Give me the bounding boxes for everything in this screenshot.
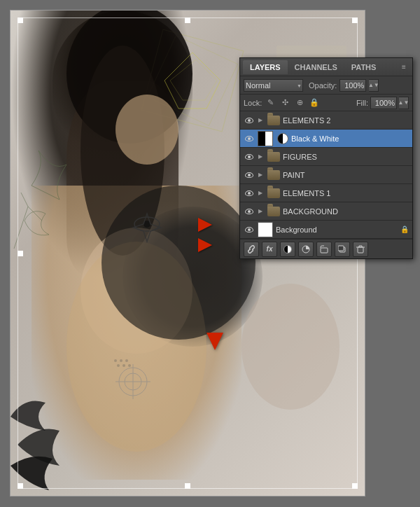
layer-name-bg-group: BACKGROUND [283, 207, 409, 216]
eye-icon-bw [245, 136, 253, 141]
folder-icon-paint [267, 170, 280, 180]
tab-channels[interactable]: CHANNELS [288, 60, 344, 74]
fx-icon: fx [267, 245, 273, 253]
add-mask-button[interactable] [280, 242, 295, 257]
layer-thumbnail-background [258, 222, 273, 237]
lock-position-btn[interactable]: ✣ [279, 97, 291, 109]
svg-rect-26 [338, 246, 344, 251]
folder-expand-elements1[interactable]: ▶ [258, 190, 263, 196]
folder-expand-paint[interactable]: ▶ [258, 172, 263, 178]
adjustment-icon [302, 245, 310, 254]
transform-handle-tr[interactable] [352, 18, 358, 23]
link-icon [247, 245, 255, 254]
transform-handle-tl[interactable] [18, 18, 23, 23]
eye-icon-paint [245, 172, 253, 178]
layer-item-background-group[interactable]: ▶ BACKGROUND [240, 202, 412, 221]
fill-label: Fill: [356, 99, 368, 107]
folder-icon-elements1 [267, 188, 280, 198]
lock-artboard-btn[interactable]: ⊕ [293, 97, 306, 109]
canvas-background: LAYERS CHANNELS PATHS ≡ Normal Opacity: … [0, 0, 420, 507]
eye-icon-figures [245, 154, 253, 160]
folder-icon-bg [267, 207, 280, 216]
layer-name-elements1: ELEMENTS 1 [283, 189, 409, 197]
visibility-eye-paint[interactable] [244, 169, 255, 181]
transform-handle-bl[interactable] [18, 483, 23, 489]
lock-label: Lock: [244, 99, 262, 107]
layer-name-bw: Black & White [291, 134, 409, 143]
opacity-stepper[interactable]: ▲▼ [369, 79, 379, 92]
svg-rect-24 [321, 248, 328, 253]
layer-name-elements2: ELEMENTS 2 [283, 116, 409, 125]
layer-name-figures: FIGURES [283, 153, 409, 161]
panel-menu-button[interactable]: ≡ [398, 62, 410, 73]
eye-icon-background [245, 227, 253, 232]
trash-icon [356, 245, 365, 254]
eye-icon-elements1 [245, 190, 253, 196]
arrow-indicator-2 [198, 238, 212, 252]
layer-item-background[interactable]: Background 🔒 [240, 221, 412, 239]
visibility-eye-figures[interactable] [244, 151, 255, 162]
link-layers-button[interactable] [244, 242, 259, 257]
new-group-button[interactable] [316, 242, 332, 257]
layer-thumbnail-bw [258, 131, 273, 146]
lock-fill-toolbar: Lock: ✎ ✣ ⊕ 🔒 Fill: 100% ▲▼ [240, 95, 412, 111]
transform-handle-tm[interactable] [185, 18, 190, 23]
eye-icon-bg-group [245, 209, 253, 214]
transform-handle-br[interactable] [352, 483, 358, 489]
new-layer-icon [338, 245, 346, 254]
folder-icon-figures [267, 152, 280, 162]
opacity-label: Opacity: [309, 81, 337, 90]
layer-item-paint[interactable]: ▶ PAINT [240, 166, 412, 184]
folder-icon-elements2 [267, 116, 280, 125]
layer-name-paint: PAINT [283, 171, 409, 179]
layer-mask-bw [277, 133, 288, 144]
group-icon [320, 245, 328, 254]
folder-expand-elements2[interactable]: ▶ [258, 118, 263, 123]
fill-stepper[interactable]: ▲▼ [399, 97, 409, 109]
fill-input[interactable]: 100% [370, 97, 397, 109]
folder-expand-bg[interactable]: ▶ [258, 209, 263, 214]
layer-item-elements2[interactable]: ▶ ELEMENTS 2 [240, 111, 412, 130]
eye-icon-elements2 [245, 118, 253, 123]
blend-mode-wrapper: Normal [244, 79, 303, 92]
lock-icon-background: 🔒 [400, 225, 409, 234]
panel-tabs-header: LAYERS CHANNELS PATHS ≡ [240, 58, 412, 76]
visibility-eye-bg-group[interactable] [244, 206, 255, 217]
new-layer-button[interactable] [335, 242, 350, 257]
layers-panel: LAYERS CHANNELS PATHS ≡ Normal Opacity: … [239, 57, 413, 259]
transform-handle-ml[interactable] [18, 251, 23, 256]
arrow-indicator-1 [198, 218, 212, 232]
delete-layer-button[interactable] [353, 242, 368, 257]
folder-expand-figures[interactable]: ▶ [258, 154, 263, 160]
visibility-eye-bw[interactable] [244, 133, 255, 144]
blend-mode-value: Normal [246, 81, 270, 90]
opacity-input[interactable]: 100% [340, 79, 366, 92]
svg-rect-27 [358, 247, 363, 253]
tab-layers[interactable]: LAYERS [243, 60, 288, 74]
visibility-eye-background[interactable] [244, 224, 255, 235]
lock-all-btn[interactable]: 🔒 [308, 97, 321, 109]
layer-item-elements1[interactable]: ▶ ELEMENTS 1 [240, 184, 412, 202]
layers-list: ▶ ELEMENTS 2 Black & White ▶ F [240, 111, 412, 239]
visibility-eye-elements1[interactable] [244, 188, 255, 199]
tab-paths[interactable]: PATHS [344, 60, 384, 74]
adjustment-layer-button[interactable] [298, 242, 314, 257]
lock-pixels-btn[interactable]: ✎ [264, 97, 276, 109]
panel-bottom-toolbar: fx [240, 239, 412, 258]
blend-opacity-toolbar: Normal Opacity: 100% ▲▼ [240, 76, 412, 95]
arrow-indicator-3 [206, 333, 223, 350]
layer-name-background: Background [276, 225, 398, 234]
blend-mode-select[interactable]: Normal [244, 79, 303, 92]
layer-item-blackwhite[interactable]: Black & White [240, 130, 412, 148]
mask-icon [284, 245, 292, 254]
transform-handle-bm[interactable] [185, 483, 190, 489]
visibility-eye-elements2[interactable] [244, 115, 255, 126]
add-style-button[interactable]: fx [262, 242, 277, 257]
layer-item-figures[interactable]: ▶ FIGURES [240, 148, 412, 166]
